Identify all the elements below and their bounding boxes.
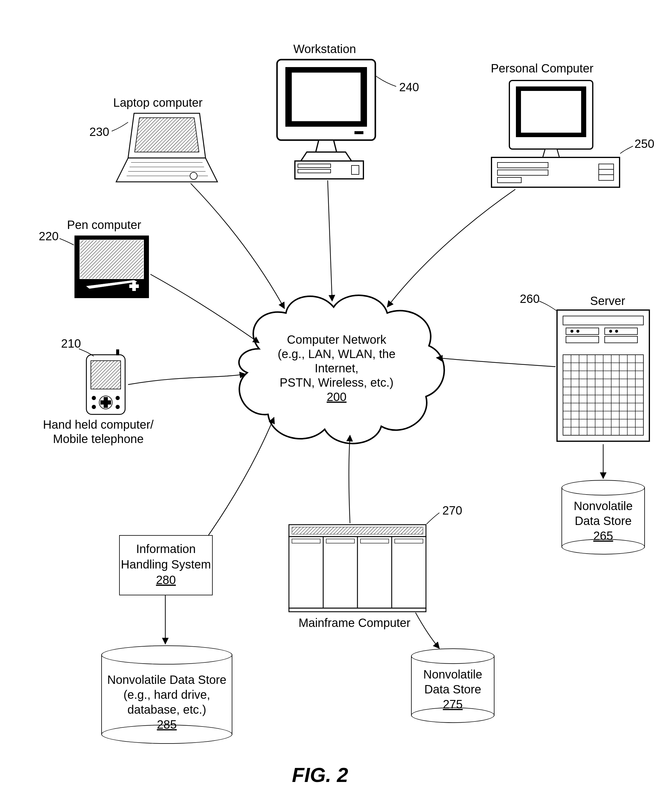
ds285-line1: Nonvolatile Data Store	[101, 672, 232, 687]
svg-rect-28	[351, 166, 359, 174]
svg-rect-32	[492, 158, 619, 187]
svg-point-7	[92, 396, 96, 400]
ds265-line1: Nonvolatile	[561, 498, 645, 513]
svg-rect-77	[395, 539, 423, 543]
handheld-label-line1: Hand held computer/	[39, 417, 158, 432]
datastore-275: Nonvolatile Data Store 275	[411, 648, 495, 723]
svg-point-45	[570, 330, 573, 333]
svg-rect-31	[521, 91, 581, 133]
ref-230: 230	[89, 125, 109, 139]
svg-rect-6	[100, 400, 111, 405]
workstation-device	[277, 60, 375, 179]
datastore-265: Nonvolatile Data Store 265	[561, 480, 645, 555]
pen-label: Pen computer	[67, 218, 151, 232]
svg-point-20	[190, 172, 197, 179]
cloud-text: Computer Network (e.g., LAN, WLAN, the I…	[262, 332, 411, 404]
ds285-line3: database, etc.)	[101, 702, 232, 717]
svg-rect-39	[557, 310, 649, 441]
svg-rect-13	[80, 240, 144, 279]
cloud-ref: 200	[262, 390, 411, 404]
svg-rect-24	[354, 131, 363, 134]
ref-260: 260	[520, 292, 540, 306]
cloud-line2: (e.g., LAN, WLAN, the Internet,	[262, 347, 411, 375]
svg-rect-74	[292, 539, 320, 543]
workstation-label: Workstation	[283, 42, 366, 56]
svg-rect-43	[566, 336, 599, 343]
ihs-line2: Handling System	[120, 556, 212, 572]
svg-rect-2	[86, 355, 125, 414]
svg-rect-3	[91, 361, 121, 389]
svg-point-46	[576, 330, 579, 333]
svg-point-8	[116, 396, 120, 400]
svg-rect-29	[509, 80, 593, 149]
svg-rect-40	[563, 316, 644, 325]
diagram-canvas: Computer Network (e.g., LAN, WLAN, the I…	[0, 0, 672, 807]
svg-rect-69	[292, 527, 423, 534]
svg-rect-44	[605, 336, 637, 343]
ref-270: 270	[442, 504, 462, 517]
mainframe-device	[289, 525, 426, 612]
figure-caption: FIG. 2	[292, 763, 348, 786]
svg-rect-12	[74, 236, 149, 298]
pc-label: Personal Computer	[488, 61, 596, 75]
svg-rect-11	[116, 349, 119, 355]
svg-rect-26	[298, 164, 331, 168]
svg-rect-35	[497, 178, 521, 183]
datastore-285: Nonvolatile Data Store (e.g., hard drive…	[101, 646, 232, 744]
pen-computer-device	[74, 236, 149, 298]
svg-rect-15	[129, 284, 139, 288]
svg-rect-33	[497, 163, 548, 168]
svg-point-10	[116, 405, 120, 409]
ref-240: 240	[399, 80, 419, 94]
cloud-line3: PSTN, Wireless, etc.)	[262, 375, 411, 390]
svg-rect-30	[516, 86, 586, 137]
svg-rect-76	[361, 539, 389, 543]
pc-device	[492, 80, 619, 187]
ihs-line1: Information	[120, 541, 212, 556]
handheld-device	[86, 349, 125, 414]
ds285-ref: 285	[101, 717, 232, 732]
svg-rect-41	[566, 328, 599, 334]
ref-250: 250	[634, 137, 654, 151]
ds275-line2: Data Store	[411, 682, 495, 697]
svg-rect-25	[295, 161, 363, 179]
laptop-label: Laptop computer	[110, 95, 205, 110]
server-device	[557, 310, 649, 441]
svg-rect-23	[291, 72, 361, 122]
svg-point-9	[92, 405, 96, 409]
ds275-ref: 275	[411, 697, 495, 712]
svg-rect-78	[289, 608, 426, 612]
svg-rect-22	[285, 67, 367, 127]
svg-rect-36	[599, 164, 614, 180]
ihs-ref: 280	[120, 572, 212, 588]
ref-220: 220	[39, 229, 59, 243]
svg-rect-49	[563, 355, 644, 435]
svg-point-47	[609, 330, 612, 333]
svg-rect-27	[298, 169, 331, 173]
ds285-line2: (e.g., hard drive,	[101, 687, 232, 702]
svg-rect-68	[289, 525, 426, 536]
svg-rect-34	[497, 170, 548, 175]
svg-rect-14	[132, 281, 136, 291]
svg-rect-5	[104, 397, 108, 408]
server-label: Server	[578, 294, 637, 308]
svg-point-4	[99, 396, 112, 409]
cloud-line1: Computer Network	[262, 332, 411, 347]
svg-rect-21	[277, 60, 375, 140]
svg-rect-70	[289, 536, 426, 608]
ref-210: 210	[61, 337, 81, 350]
ihs-box: Information Handling System 280	[119, 535, 213, 595]
ds275-line1: Nonvolatile	[411, 667, 495, 682]
handheld-label-line2: Mobile telephone	[39, 432, 158, 446]
ds265-ref: 265	[561, 528, 645, 543]
svg-rect-75	[326, 539, 354, 543]
mainframe-label: Mainframe Computer	[292, 616, 417, 630]
svg-rect-42	[605, 328, 637, 334]
ds265-line2: Data Store	[561, 513, 645, 528]
handheld-label: Hand held computer/ Mobile telephone	[39, 417, 158, 446]
laptop-device	[116, 113, 217, 182]
svg-point-48	[615, 330, 618, 333]
